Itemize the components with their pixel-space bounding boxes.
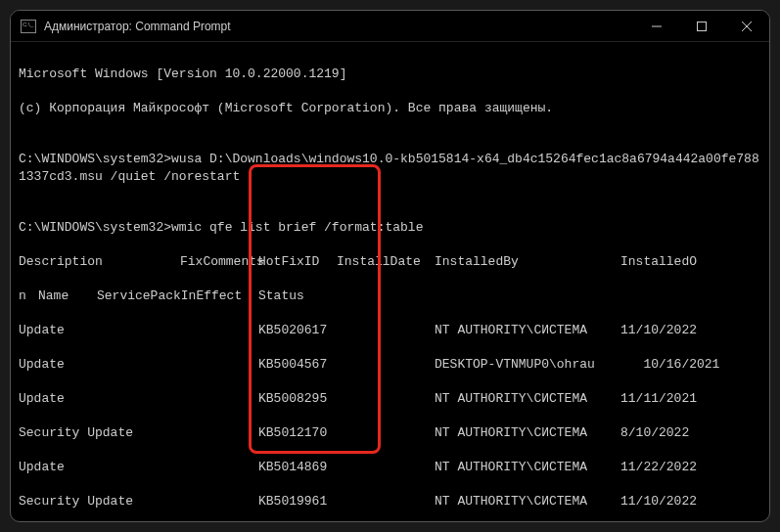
cell-hotfixid: KB5014869 bbox=[258, 459, 337, 476]
cell-description: Update bbox=[19, 390, 180, 408]
cell-hotfixid: KB5004567 bbox=[258, 356, 337, 374]
terminal-output[interactable]: Microsoft Windows [Version 10.0.22000.12… bbox=[11, 42, 769, 521]
cell-installedby: NT AUTHORITY\СИСТЕМА bbox=[435, 390, 620, 408]
cell-installedby: NT AUTHORITY\СИСТЕМА bbox=[435, 424, 620, 442]
close-button[interactable] bbox=[724, 11, 769, 41]
table-row: Security UpdateKB5012170NT AUTHORITY\СИС… bbox=[19, 424, 761, 442]
close-icon bbox=[742, 22, 752, 31]
table-row bbox=[19, 374, 761, 391]
col-n: n bbox=[19, 288, 38, 305]
maximize-button[interactable] bbox=[679, 11, 724, 41]
col-installdate: InstallDate bbox=[337, 253, 435, 271]
table-row: UpdateKB5020617NT AUTHORITY\СИСТЕМА11/10… bbox=[19, 322, 761, 339]
output-line: Microsoft Windows [Version 10.0.22000.12… bbox=[19, 66, 761, 83]
maximize-icon bbox=[697, 22, 707, 31]
cell-description: Security Update bbox=[19, 493, 180, 510]
cell-installedon: 11/11/2021 bbox=[620, 390, 709, 408]
cell-description: Update bbox=[19, 459, 180, 476]
table-row: UpdateKB5004567DESKTOP-VTNMUP0\ohrau 10/… bbox=[19, 356, 761, 374]
table-row: UpdateKB5014869NT AUTHORITY\СИСТЕМА11/22… bbox=[19, 459, 761, 476]
output-line: C:\WINDOWS\system32>wusa D:\Downloads\wi… bbox=[19, 151, 761, 185]
cell-hotfixid: KB5008295 bbox=[258, 390, 337, 408]
cell-installedon: 11/10/2022 bbox=[620, 322, 709, 339]
minimize-button[interactable] bbox=[634, 11, 679, 41]
col-name: Name bbox=[38, 288, 97, 305]
table-header: DescriptionFixCommentsHotFixIDInstallDat… bbox=[19, 253, 761, 271]
table-row bbox=[19, 510, 761, 522]
cell-installedon: 11/10/2022 bbox=[620, 493, 709, 510]
cell-installedby: NT AUTHORITY\СИСТЕМА bbox=[435, 459, 620, 476]
table-header2: nNameServicePackInEffectStatus bbox=[19, 288, 761, 305]
col-description: Description bbox=[19, 253, 180, 271]
col-installedby: InstalledBy bbox=[435, 253, 620, 271]
col-status: Status bbox=[258, 288, 317, 305]
svg-rect-1 bbox=[698, 22, 707, 30]
cell-description: Update bbox=[19, 356, 180, 374]
table-row bbox=[19, 339, 761, 357]
output-line: C:\WINDOWS\system32>wmic qfe list brief … bbox=[19, 219, 761, 237]
output-line: (c) Корпорация Майкрософт (Microsoft Cor… bbox=[19, 100, 761, 117]
window-controls bbox=[634, 11, 769, 41]
window-title: Администратор: Command Prompt bbox=[44, 20, 231, 33]
table-body: UpdateKB5020617NT AUTHORITY\СИСТЕМА11/10… bbox=[19, 322, 761, 521]
table-row bbox=[19, 476, 761, 494]
table-row bbox=[19, 442, 761, 460]
cell-description: Security Update bbox=[19, 424, 180, 442]
table-row: UpdateKB5008295NT AUTHORITY\СИСТЕМА11/11… bbox=[19, 390, 761, 408]
cell-installedon: 11/22/2022 bbox=[620, 459, 709, 476]
col-fixcomments: FixComments bbox=[180, 253, 258, 271]
cell-hotfixid: KB5020617 bbox=[258, 322, 337, 339]
cell-description: Update bbox=[19, 322, 180, 339]
cell-installedon: 10/16/2021 bbox=[620, 356, 709, 374]
col-hotfixid: HotFixID bbox=[258, 253, 337, 271]
table-row bbox=[19, 408, 761, 425]
cell-installedby: DESKTOP-VTNMUP0\ohrau bbox=[435, 356, 620, 374]
cell-installedon: 8/10/2022 bbox=[620, 424, 709, 442]
cell-hotfixid: KB5019961 bbox=[258, 493, 337, 510]
cell-hotfixid: KB5012170 bbox=[258, 424, 337, 442]
cell-installedby: NT AUTHORITY\СИСТЕМА bbox=[435, 322, 620, 339]
col-installedon: InstalledO bbox=[620, 253, 709, 271]
minimize-icon bbox=[652, 22, 662, 31]
cmd-window: Администратор: Command Prompt Microsoft … bbox=[10, 10, 770, 522]
cmd-icon bbox=[21, 20, 36, 33]
cell-installedby: NT AUTHORITY\СИСТЕМА bbox=[435, 493, 620, 510]
titlebar[interactable]: Администратор: Command Prompt bbox=[11, 11, 769, 42]
table-row: Security UpdateKB5019961NT AUTHORITY\СИС… bbox=[19, 493, 761, 510]
col-servicepack: ServicePackInEffect bbox=[97, 288, 258, 305]
